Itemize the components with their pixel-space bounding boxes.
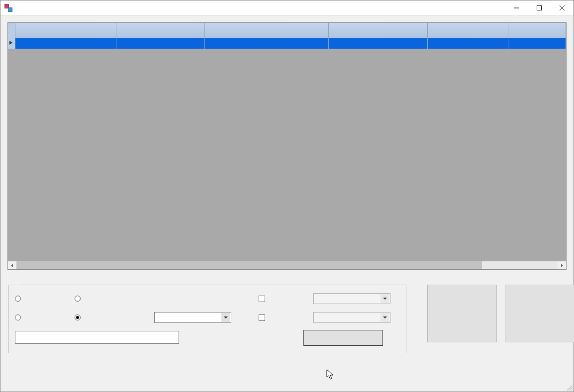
svg-marker-4 — [11, 264, 13, 267]
cell-patient-name[interactable] — [205, 38, 329, 49]
begin-date-picker[interactable] — [313, 293, 390, 304]
search-groupbox — [8, 285, 406, 353]
radio-icon — [75, 296, 81, 302]
search-button[interactable] — [303, 330, 383, 346]
col-header-report-date[interactable] — [15, 23, 116, 38]
col-header-facility-name[interactable] — [508, 23, 566, 38]
resize-grip-icon[interactable] — [566, 384, 573, 391]
titlebar[interactable] — [0, 0, 574, 15]
svg-rect-1 — [537, 5, 542, 10]
refresh-button[interactable] — [427, 285, 497, 342]
cell-patient-id[interactable] — [428, 38, 508, 49]
close-button[interactable] — [551, 0, 574, 15]
col-header-patient-id[interactable] — [428, 23, 508, 38]
horizontal-scrollbar[interactable] — [8, 261, 566, 269]
radio-icon — [15, 296, 21, 302]
action-buttons — [427, 285, 574, 342]
col-header-patient-name[interactable] — [205, 23, 329, 38]
checkbox-icon — [259, 296, 265, 302]
window-controls — [505, 0, 574, 15]
scroll-right-button[interactable] — [558, 261, 566, 269]
scroll-left-button[interactable] — [8, 261, 16, 269]
search-term-input[interactable] — [15, 331, 179, 344]
grid-corner — [8, 23, 15, 38]
maximize-button[interactable] — [528, 0, 551, 15]
dob-date-picker[interactable] — [154, 312, 231, 323]
bottom-panel — [7, 285, 567, 353]
chevron-down-icon — [221, 313, 230, 322]
window-frame — [0, 0, 574, 392]
radio-tech-name[interactable] — [15, 314, 75, 320]
svg-marker-5 — [561, 264, 563, 267]
cell-facility-name[interactable] — [508, 38, 566, 49]
checkbox-icon — [259, 314, 265, 321]
end-date-checkbox[interactable] — [259, 314, 313, 321]
scroll-thumb[interactable] — [16, 261, 482, 269]
scroll-track[interactable] — [16, 261, 558, 269]
cell-report-type[interactable] — [116, 38, 205, 49]
radio-icon — [15, 314, 21, 320]
cell-patient-dob[interactable] — [329, 38, 428, 49]
row-marker-icon — [8, 38, 15, 49]
end-date-picker[interactable] — [313, 312, 390, 323]
radio-patient-id[interactable] — [15, 296, 75, 302]
open-report-button[interactable] — [505, 285, 574, 342]
app-icon — [4, 4, 12, 12]
radio-icon — [75, 314, 81, 320]
radio-patient-dob[interactable] — [75, 314, 154, 320]
begin-date-checkbox[interactable] — [259, 296, 313, 302]
col-header-patient-dob[interactable] — [329, 23, 428, 38]
cell-report-date[interactable] — [15, 38, 116, 49]
chevron-down-icon — [381, 294, 389, 303]
svg-line-8 — [571, 389, 573, 391]
table-row[interactable] — [8, 38, 566, 49]
grid-header-row — [8, 23, 566, 38]
chevron-down-icon — [381, 313, 389, 322]
client-area — [0, 15, 574, 392]
minimize-button[interactable] — [505, 0, 528, 15]
results-grid[interactable] — [7, 22, 567, 270]
radio-patient-name[interactable] — [75, 296, 154, 302]
svg-line-7 — [569, 387, 573, 391]
col-header-report-type[interactable] — [116, 23, 205, 38]
grid-body[interactable] — [8, 38, 566, 261]
